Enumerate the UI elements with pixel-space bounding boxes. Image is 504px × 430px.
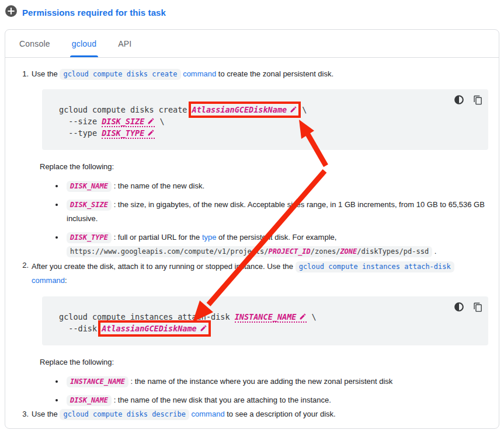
add-circle-icon bbox=[5, 5, 17, 19]
placeholder-disk-size: DISK_SIZE bbox=[102, 117, 155, 127]
copy-icon[interactable] bbox=[472, 301, 484, 313]
dark-mode-toggle-icon[interactable] bbox=[453, 94, 465, 106]
permissions-label: Permissions required for this task bbox=[22, 8, 166, 18]
list-item: INSTANCE_NAME : the name of the instance… bbox=[67, 375, 488, 389]
step2-text-line2: command: bbox=[32, 274, 488, 287]
disk-type-url: https://www.googleapis.com/compute/v1/pr… bbox=[67, 246, 432, 257]
chip-instance-name: INSTANCE_NAME bbox=[67, 376, 128, 387]
annotated-disk-name-placeholder: AtlassianGCEDiskName bbox=[192, 105, 298, 114]
step-number: 1. bbox=[20, 68, 29, 258]
chip-disk-name: DISK_NAME bbox=[67, 395, 112, 406]
code-line: gcloud compute disks create AtlassianGCE… bbox=[59, 104, 477, 116]
inline-code-attach-disk: gcloud compute instances attach-disk bbox=[296, 261, 454, 272]
edit-icon[interactable] bbox=[200, 324, 207, 332]
step-number: 2. bbox=[20, 260, 29, 407]
code-line: gcloud compute instances attach-disk INS… bbox=[59, 311, 477, 323]
step-item-3: 3. Use the gcloud compute disks describe… bbox=[20, 408, 488, 420]
placeholder-project-id: PROJECT_ID bbox=[269, 247, 311, 256]
replace-list-1: DISK_NAME : the name of the new disk. DI… bbox=[32, 179, 488, 258]
placeholder-disk-type: DISK_TYPE bbox=[102, 128, 155, 139]
chip-disk-size: DISK_SIZE bbox=[67, 200, 112, 211]
step1-pre: Use the bbox=[32, 69, 60, 78]
step-item-2: 2. After you create the disk, attach it … bbox=[20, 260, 488, 407]
inline-code-disks-create: gcloud compute disks create bbox=[60, 69, 180, 80]
code-block-2: gcloud compute instances attach-disk INS… bbox=[42, 296, 488, 345]
edit-icon[interactable] bbox=[290, 106, 297, 113]
annotated-disk-name-placeholder: AtlassianGCEDiskName bbox=[102, 324, 207, 333]
edit-icon[interactable] bbox=[147, 117, 155, 125]
placeholder-zone: ZONE bbox=[340, 247, 357, 256]
list-item: DISK_TYPE : full or partial URL for the … bbox=[67, 230, 488, 258]
tab-gcloud[interactable]: gcloud bbox=[72, 30, 96, 57]
step-number: 3. bbox=[20, 408, 29, 420]
instructions-card: Console gcloud API 1. Use the gcloud com… bbox=[5, 29, 499, 429]
step1-post: to create the zonal persistent disk. bbox=[216, 69, 333, 78]
code-line: --disk AtlassianGCEDiskName bbox=[59, 323, 477, 334]
step3-text: Use the gcloud compute disks describe co… bbox=[32, 408, 488, 420]
tab-bar: Console gcloud API bbox=[5, 30, 499, 58]
list-item: DISK_NAME : the name of the new disk tha… bbox=[67, 393, 488, 407]
placeholder-instance-name: INSTANCE_NAME bbox=[235, 312, 307, 323]
replace-list-2: INSTANCE_NAME : the name of the instance… bbox=[32, 375, 488, 407]
code-line: --type DISK_TYPE bbox=[59, 127, 477, 139]
replace-heading: Replace the following: bbox=[40, 357, 488, 367]
tab-api[interactable]: API bbox=[118, 30, 131, 57]
command-link[interactable]: command bbox=[183, 69, 216, 78]
replace-heading: Replace the following: bbox=[40, 162, 488, 172]
list-item: DISK_NAME : the name of the new disk. bbox=[67, 179, 488, 193]
command-link[interactable]: command bbox=[32, 276, 65, 285]
inline-code-disks-describe: gcloud compute disks describe bbox=[60, 409, 189, 420]
tab-panel-gcloud: 1. Use the gcloud compute disks create c… bbox=[5, 58, 499, 428]
edit-icon[interactable] bbox=[147, 129, 155, 137]
permissions-expander[interactable]: Permissions required for this task bbox=[0, 0, 166, 19]
tab-console[interactable]: Console bbox=[19, 30, 50, 57]
code-block-1: gcloud compute disks create AtlassianGCE… bbox=[42, 89, 488, 150]
dark-mode-toggle-icon[interactable] bbox=[453, 301, 465, 313]
type-link[interactable]: type bbox=[202, 233, 217, 242]
step1-text: Use the gcloud compute disks create comm… bbox=[32, 68, 488, 80]
chip-disk-name: DISK_NAME bbox=[67, 181, 112, 192]
edit-icon[interactable] bbox=[299, 313, 307, 320]
step2-text-line1: After you create the disk, attach it to … bbox=[32, 260, 488, 274]
copy-icon[interactable] bbox=[472, 94, 484, 106]
code-line: --size DISK_SIZE \ bbox=[59, 116, 477, 127]
list-item: DISK_SIZE : the size, in gigabytes, of t… bbox=[67, 198, 488, 226]
step-item-1: 1. Use the gcloud compute disks create c… bbox=[20, 68, 488, 258]
chip-disk-type: DISK_TYPE bbox=[67, 232, 112, 243]
command-link[interactable]: command bbox=[192, 410, 225, 418]
